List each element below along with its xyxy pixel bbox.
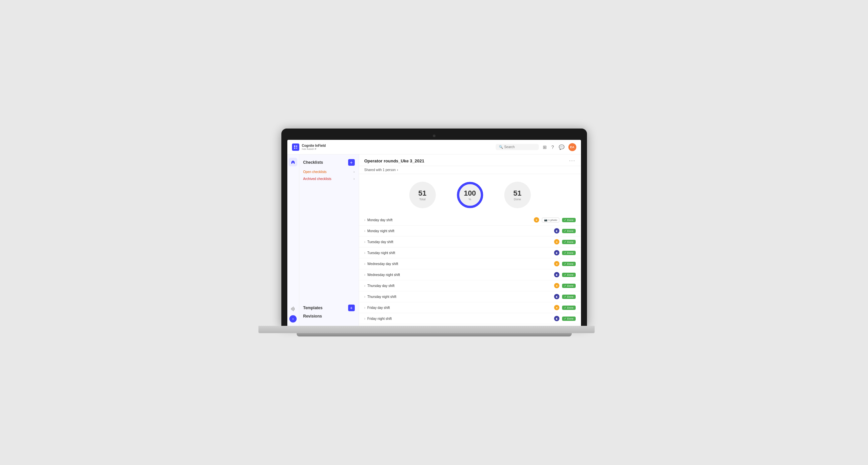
percentage-stat: 100 % xyxy=(456,181,484,209)
add-template-button[interactable]: + xyxy=(348,305,355,311)
templates-section: Templates + xyxy=(303,305,355,311)
item-badges: ✓ Done xyxy=(562,240,575,244)
shift-type-icon: ● xyxy=(554,283,559,288)
sidebar-bottom: › xyxy=(289,305,297,326)
sidebar-home-icon[interactable] xyxy=(289,158,297,166)
avatar[interactable]: EA xyxy=(568,143,576,151)
done-badge: ✓ Done xyxy=(562,273,575,277)
item-chevron: › xyxy=(364,306,365,310)
expand-icon[interactable]: › xyxy=(289,315,297,322)
laptop-base xyxy=(258,326,595,333)
templates-title: Templates xyxy=(303,306,322,310)
done-badge: ✓ Done xyxy=(562,316,575,321)
list-item[interactable]: › Thursday day shift ● ✓ Done xyxy=(359,280,581,291)
done-badge: ✓ Done xyxy=(562,284,575,288)
item-name: Tuesday day shift xyxy=(367,240,553,244)
list-item[interactable]: › Monday night shift ◐ ✓ Done xyxy=(359,225,581,237)
list-item[interactable]: › Wednesday night shift ◐ ✓ Done xyxy=(359,269,581,280)
checklists-title: Checklists xyxy=(303,160,323,165)
item-chevron: › xyxy=(364,218,365,222)
done-badge: ✓ Done xyxy=(562,262,575,266)
checklists-header: Checklists + xyxy=(303,159,355,166)
list-item[interactable]: › Thursday night shift ◐ ✓ Done xyxy=(359,291,581,302)
app-name: Cognite InField xyxy=(302,144,326,148)
percentage-number: 100 xyxy=(464,189,476,197)
shift-type-icon: ◐ xyxy=(554,272,559,277)
shared-text: Shared with 1 person xyxy=(364,168,396,172)
done-badge: ✓ Done xyxy=(562,294,575,299)
item-badges: ✓ Done xyxy=(562,262,575,266)
shift-type-icon: ◐ xyxy=(554,316,559,321)
list-item[interactable]: › Friday day shift ● ✓ Done xyxy=(359,302,581,313)
done-badge: ✓ Done xyxy=(562,229,575,233)
search-bar[interactable]: 🔍 xyxy=(496,144,539,150)
shift-type-icon: ● xyxy=(554,239,559,244)
content-title: Operator rounds_Uke 3_2021 xyxy=(364,158,425,163)
screen: Cognite InField Ivar Aasen ▾ 🔍 xyxy=(287,140,581,326)
shift-type-icon: ● xyxy=(554,261,559,267)
svg-rect-2 xyxy=(294,148,295,149)
done-stat: 51 Done xyxy=(504,182,531,208)
total-stat: 51 Total xyxy=(409,182,436,208)
audio-icon[interactable] xyxy=(289,305,297,313)
list-item[interactable]: › Tuesday day shift ● ✓ Done xyxy=(359,237,581,247)
shared-info[interactable]: Shared with 1 person › xyxy=(359,166,581,174)
shift-type-icon: ◐ xyxy=(554,250,559,255)
list-item[interactable]: › Tuesday night shift ◐ ✓ Done xyxy=(359,247,581,258)
add-checklist-button[interactable]: + xyxy=(348,159,355,166)
stats-section: 51 Total 100 % xyxy=(359,174,581,215)
list-item[interactable]: › Friday night shift ◐ ✓ Done xyxy=(359,313,581,324)
list-item[interactable]: › Wednesday day shift ● ✓ Done xyxy=(359,258,581,269)
item-badges: ✓ Done xyxy=(562,251,575,255)
open-checklists-item[interactable]: Open checklists › xyxy=(303,168,355,175)
percentage-label: % xyxy=(468,197,471,201)
svg-rect-3 xyxy=(296,148,297,149)
item-name: Wednesday night shift xyxy=(367,273,553,277)
svg-rect-6 xyxy=(293,307,293,311)
revisions-section: Revisions xyxy=(303,314,355,318)
open-checklists-chevron: › xyxy=(353,170,354,174)
content-header: Operator rounds_Uke 3_2021 ··· xyxy=(359,154,581,166)
item-chevron: › xyxy=(364,284,365,288)
shift-type-icon: ◐ xyxy=(554,294,559,299)
percentage-inner: 100 % xyxy=(464,189,476,201)
fullscreen-icon[interactable]: ⊞ xyxy=(542,144,548,151)
search-icon: 🔍 xyxy=(499,145,503,149)
item-name: Thursday night shift xyxy=(367,295,553,299)
svg-rect-7 xyxy=(294,308,294,310)
shared-chevron: › xyxy=(397,168,398,172)
search-input[interactable] xyxy=(504,145,535,149)
archived-checklists-chevron: › xyxy=(353,177,354,181)
item-chevron: › xyxy=(364,273,365,277)
left-panel: Checklists + Open checklists › Archived … xyxy=(299,154,359,326)
laptop-wrapper: Cognite InField Ivar Aasen ▾ 🔍 xyxy=(281,128,587,337)
shift-type-icon: ● xyxy=(534,217,539,222)
checklist-list: › Monday day shift ● 📷 1 photo✓ Done › M… xyxy=(359,215,581,326)
item-chevron: › xyxy=(364,317,365,320)
sidebar-icons: › xyxy=(287,154,299,326)
main-layout: › Checklists + Open checklists xyxy=(287,154,581,326)
panel-bottom-sections: Templates + Revisions xyxy=(299,302,359,321)
list-item[interactable]: › Monday day shift ● 📷 1 photo✓ Done xyxy=(359,215,581,225)
svg-rect-4 xyxy=(291,308,292,310)
done-badge: ✓ Done xyxy=(562,240,575,244)
item-name: Monday day shift xyxy=(367,218,532,222)
shift-type-icon: ● xyxy=(554,305,559,310)
item-chevron: › xyxy=(364,229,365,233)
help-icon[interactable]: ? xyxy=(551,144,555,151)
item-chevron: › xyxy=(364,295,365,299)
item-badges: ✓ Done xyxy=(562,284,575,288)
main-content: Operator rounds_Uke 3_2021 ··· Shared wi… xyxy=(359,154,581,326)
notifications-icon[interactable]: 💬 xyxy=(558,144,565,151)
more-options-button[interactable]: ··· xyxy=(569,158,575,164)
item-name: Friday night shift xyxy=(367,317,553,320)
archived-checklists-item[interactable]: Archived checklists › xyxy=(303,175,355,182)
app-logo: Cognite InField Ivar Aasen ▾ xyxy=(292,144,326,151)
item-name: Wednesday day shift xyxy=(367,262,553,266)
topbar-actions: 🔍 ⊞ ? 💬 EA xyxy=(496,143,576,151)
done-badge: ✓ Done xyxy=(562,306,575,310)
item-chevron: › xyxy=(364,240,365,244)
item-name: Friday day shift xyxy=(367,306,553,310)
app-user: Ivar Aasen ▾ xyxy=(302,148,326,151)
topbar: Cognite InField Ivar Aasen ▾ 🔍 xyxy=(287,140,581,154)
